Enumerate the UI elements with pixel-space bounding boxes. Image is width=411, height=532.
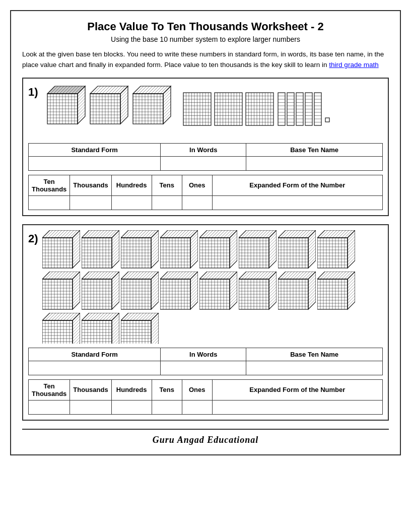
tens-cell[interactable]: [152, 195, 182, 210]
col-hundreds-2: Hundreds: [111, 379, 152, 400]
svg-line-42: [78, 98, 85, 106]
problem-2-section: 2): [22, 224, 389, 421]
svg-line-122: [163, 98, 171, 106]
problem-2-table-1: Standard Form In Words Base Ten Name: [28, 348, 383, 375]
svg-line-25: [65, 86, 73, 94]
svg-line-121: [163, 95, 171, 103]
third-grade-math-link[interactable]: third grade math: [329, 61, 378, 69]
thousands-cell[interactable]: [70, 195, 111, 210]
col-thousands: Thousands: [70, 175, 111, 195]
problem-1-blocks-svg: [42, 84, 375, 139]
tens-cell-2[interactable]: [152, 400, 182, 414]
svg-line-71: [102, 86, 110, 94]
col-ones: Ones: [182, 175, 212, 195]
page-footer: Guru Angad Educational: [22, 429, 389, 448]
svg-line-44: [78, 104, 85, 112]
col-in-words: In Words: [161, 143, 246, 156]
problem-1-table-1: Standard Form In Words Base Ten Name: [28, 143, 383, 171]
ten-thousands-cell[interactable]: [29, 195, 70, 210]
ones-cell-2[interactable]: [182, 400, 212, 414]
in-words-cell[interactable]: [161, 156, 246, 170]
problem-2-blocks: [42, 230, 383, 344]
svg-line-45: [78, 107, 85, 115]
col-standard-form-2: Standard Form: [29, 348, 161, 361]
hundreds-cell[interactable]: [111, 195, 152, 210]
svg-line-110: [142, 86, 150, 94]
col-thousands-2: Thousands: [70, 379, 111, 400]
problem-1-blocks: [42, 84, 383, 139]
svg-line-125: [163, 107, 171, 115]
svg-line-80: [120, 92, 128, 100]
svg-line-109: [139, 86, 147, 94]
page-subtitle: Using the base 10 number system to explo…: [22, 35, 389, 43]
hundreds-cell-2[interactable]: [111, 400, 152, 414]
page-title: Place Value To Ten Thousands Worksheet -…: [22, 20, 389, 33]
col-ten-thousands-2: TenThousands: [29, 379, 70, 400]
ten-thousands-cell-2[interactable]: [29, 400, 70, 414]
table-row: [29, 156, 383, 170]
svg-line-23: [59, 86, 67, 94]
svg-line-40: [78, 92, 85, 100]
svg-line-120: [163, 92, 171, 100]
svg-rect-235: [325, 118, 329, 122]
thousands-cell-2[interactable]: [70, 400, 111, 414]
col-ten-thousands: TenThousands: [29, 175, 70, 195]
table-row: [29, 195, 383, 210]
svg-line-43: [78, 101, 85, 109]
problem-2-blocks-svg: [42, 230, 375, 344]
problem-1-number: 1): [28, 86, 38, 99]
svg-line-26: [68, 86, 76, 94]
svg-line-114: [154, 86, 162, 94]
svg-line-81: [120, 95, 128, 103]
problem-2-number: 2): [28, 232, 38, 245]
svg-line-21: [53, 86, 61, 94]
svg-line-46: [78, 110, 85, 118]
col-in-words-2: In Words: [161, 348, 246, 361]
expanded-form-cell[interactable]: [212, 195, 382, 210]
col-tens: Tens: [152, 175, 182, 195]
col-ones-2: Ones: [182, 379, 212, 400]
in-words-cell-2[interactable]: [161, 361, 246, 375]
svg-line-69: [96, 86, 104, 94]
problem-2-header: 2): [28, 230, 383, 344]
table-row: [29, 361, 383, 375]
svg-line-74: [111, 86, 119, 94]
ones-cell[interactable]: [182, 195, 212, 210]
col-hundreds: Hundreds: [111, 175, 152, 195]
svg-line-113: [151, 86, 159, 94]
problem-1-section: 1): [22, 78, 389, 216]
base-ten-name-cell[interactable]: [246, 156, 383, 170]
problem-2-table-2: TenThousands Thousands Hundreds Tens One…: [28, 379, 383, 415]
svg-line-75: [114, 86, 122, 94]
svg-line-82: [120, 98, 128, 106]
col-expanded-form-2: Expanded Form of the Number: [212, 379, 382, 400]
expanded-form-cell-2[interactable]: [212, 400, 382, 414]
standard-form-cell-2[interactable]: [29, 361, 161, 375]
instructions-text: Look at the given base ten blocks. You n…: [22, 49, 389, 71]
svg-line-115: [157, 86, 165, 94]
base-ten-name-cell-2[interactable]: [246, 361, 383, 375]
svg-line-84: [120, 104, 128, 112]
svg-line-124: [163, 104, 171, 112]
svg-line-22: [56, 86, 64, 94]
svg-line-126: [163, 110, 171, 118]
col-tens-2: Tens: [152, 379, 182, 400]
worksheet-page: Place Value To Ten Thousands Worksheet -…: [10, 10, 401, 455]
col-base-ten-name-2: Base Ten Name: [246, 348, 383, 361]
svg-line-112: [148, 86, 156, 94]
col-base-ten-name: Base Ten Name: [246, 143, 383, 156]
problem-1-header: 1): [28, 84, 383, 139]
svg-line-85: [120, 107, 128, 115]
svg-line-72: [105, 86, 113, 94]
svg-line-86: [120, 110, 128, 118]
svg-line-123: [163, 101, 171, 109]
standard-form-cell[interactable]: [29, 156, 161, 170]
problem-1-table-2: TenThousands Thousands Hundreds Tens One…: [28, 175, 383, 210]
col-standard-form: Standard Form: [29, 143, 161, 156]
svg-line-111: [145, 86, 153, 94]
svg-line-83: [120, 101, 128, 109]
svg-line-73: [108, 86, 116, 94]
svg-line-41: [78, 95, 85, 103]
svg-line-27: [72, 86, 79, 94]
svg-line-70: [99, 86, 107, 94]
